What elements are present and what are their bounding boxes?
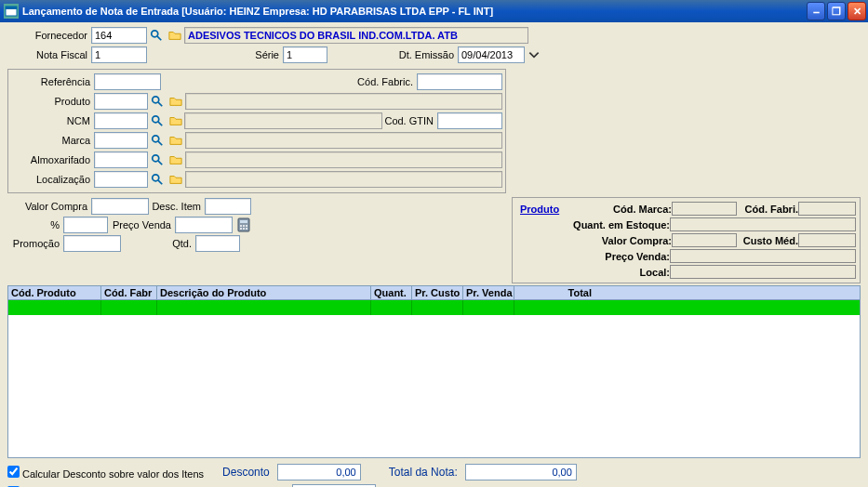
svg-line-9 [158,141,162,145]
produto-desc [185,93,502,110]
svg-rect-15 [240,220,247,223]
valor-compra-label: Valor Compra [7,201,91,212]
svg-point-17 [243,225,245,227]
produto-link[interactable]: Produto [516,204,559,215]
search-icon[interactable] [150,152,165,167]
localizacao-input[interactable] [94,171,148,188]
folder-icon[interactable] [168,94,183,109]
pct-label: % [7,219,63,230]
fornecedor-nome [184,27,528,44]
window-title: Lançamento de Nota de Entrada [Usuário: … [22,6,807,17]
desconto-value[interactable] [277,464,361,480]
cod-fabric-label: Cód. Fabric. [161,76,417,87]
serie-input[interactable] [283,46,327,63]
localizacao-label: Localização [11,174,94,185]
almoxarifado-label: Almoxarifado [11,154,94,165]
maximize-button[interactable]: ❐ [827,2,846,20]
cod-fabri-value [798,202,856,216]
almoxarifado-input[interactable] [94,151,148,168]
totals-area: Calcular Desconto sobre valor dos Itens … [0,458,868,487]
side-preco-venda-value [670,249,856,263]
svg-point-18 [246,225,247,227]
items-grid: Cód. Produto Cód. Fabr Descrição do Prod… [0,285,868,458]
total-nota-label: Total da Nota: [389,466,458,479]
svg-point-21 [246,228,247,230]
produto-label: Produto [11,96,94,107]
folder-icon[interactable] [168,133,183,148]
side-valor-compra-value [672,233,737,247]
search-icon[interactable] [150,113,165,128]
calendar-dropdown-icon[interactable] [527,47,541,62]
desconto-label: Desconto [222,466,270,479]
table-row[interactable] [8,300,860,315]
preco-venda-input[interactable] [175,217,233,233]
grid-header-total[interactable]: Total [514,286,594,299]
grid-header-cod-produto[interactable]: Cód. Produto [8,286,101,299]
grid-header: Cód. Produto Cód. Fabr Descrição do Prod… [7,285,861,300]
ncm-input[interactable] [94,112,148,129]
cod-fabric-input[interactable] [417,73,502,90]
total-nota-value [465,464,577,480]
referencia-label: Referência [11,76,94,87]
svg-line-13 [158,180,162,184]
folder-icon[interactable] [168,172,183,187]
marca-desc [185,132,502,149]
svg-point-10 [153,155,159,162]
folder-icon[interactable] [168,113,183,128]
grid-header-pr-venda[interactable]: Pr. Venda [463,286,514,299]
pct-input[interactable] [63,217,108,233]
svg-point-19 [240,228,242,230]
qtd-input[interactable] [195,235,240,252]
local-label: Local: [517,267,670,278]
svg-point-8 [153,136,159,142]
serie-label: Série [147,49,283,60]
grid-header-pr-custo[interactable]: Pr. Custo [412,286,463,299]
svg-point-4 [153,97,159,103]
folder-icon[interactable] [167,28,182,43]
produto-input[interactable] [94,93,148,110]
fornecedor-label: Fornecedor [7,30,91,41]
search-icon[interactable] [150,94,165,109]
valor-compra-input[interactable] [91,198,149,215]
side-preco-venda-label: Preço Venda: [517,251,670,262]
marca-label: Marca [11,135,94,146]
marca-input[interactable] [94,132,148,149]
dt-emissao-label: Dt. Emissão [327,49,458,60]
localizacao-desc [185,171,502,188]
cod-gtin-label: Cod. GTIN [382,115,437,126]
chk-desconto[interactable]: Calcular Desconto sobre valor dos Itens [7,466,204,480]
close-button[interactable]: ✕ [848,2,866,20]
grid-header-descricao[interactable]: Descrição do Produto [157,286,371,299]
app-icon [4,4,19,19]
cod-fabri-label: Cód. Fabri. [737,204,798,215]
referencia-input[interactable] [94,73,161,90]
grid-header-quant[interactable]: Quant. [371,286,412,299]
produto-info-panel: Produto Cód. Marca: Cód. Fabri. Quant. e… [512,197,861,283]
custo-med-label: Custo Méd. [737,235,798,246]
svg-rect-1 [6,7,17,9]
dt-emissao-input[interactable] [458,46,525,63]
grid-body[interactable] [7,300,861,458]
search-icon[interactable] [149,28,164,43]
svg-line-3 [157,36,161,40]
cod-marca-value [672,202,737,216]
quant-estoque-value [670,217,856,231]
local-value [670,265,856,279]
product-lookup-group: Referência Cód. Fabric. Produto NCM Cod.… [0,67,868,195]
chk-desconto-box[interactable] [7,466,20,478]
promocao-label: Promoção [7,238,63,249]
search-icon[interactable] [150,133,165,148]
svg-point-6 [153,116,159,123]
nota-fiscal-input[interactable] [91,46,147,63]
cod-gtin-input[interactable] [437,112,502,129]
folder-icon[interactable] [168,152,183,167]
svg-point-20 [243,228,245,230]
calculator-icon[interactable] [236,217,251,232]
desc-item-input[interactable] [205,198,251,215]
custo-med-value [798,233,856,247]
grid-header-cod-fabr[interactable]: Cód. Fabr [101,286,157,299]
fornecedor-input[interactable] [91,27,147,44]
promocao-input[interactable] [63,235,121,252]
minimize-button[interactable]: ‒ [807,2,825,20]
search-icon[interactable] [150,172,165,187]
